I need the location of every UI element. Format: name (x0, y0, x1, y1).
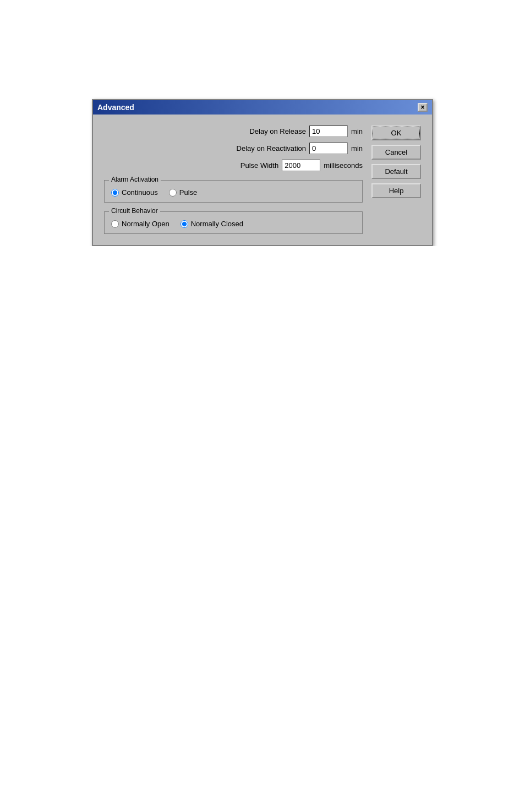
alarm-activation-title: Alarm Activation (109, 176, 161, 183)
dialog-title: Advanced (97, 103, 134, 112)
delay-on-release-label: Delay on Release (249, 127, 306, 135)
pulse-radio[interactable] (169, 189, 177, 197)
alarm-activation-content: Continuous Pulse (111, 188, 356, 197)
circuit-behavior-group: Circuit Behavior Normally Open Normally … (104, 211, 363, 234)
advanced-dialog: Advanced × Delay on Release min Delay on… (92, 99, 433, 246)
delay-on-reactivation-input[interactable] (309, 143, 348, 154)
normally-closed-label: Normally Closed (191, 220, 243, 228)
form-left: Delay on Release min Delay on Reactivati… (104, 126, 363, 234)
continuous-option[interactable]: Continuous (111, 188, 158, 197)
ok-button[interactable]: OK (371, 126, 421, 140)
circuit-behavior-content: Normally Open Normally Closed (111, 220, 356, 228)
normally-closed-radio[interactable] (181, 220, 188, 228)
delay-on-release-row: Delay on Release min (104, 126, 363, 137)
help-button[interactable]: Help (371, 183, 421, 198)
delay-on-reactivation-label: Delay on Reactivation (237, 144, 306, 152)
pulse-width-input[interactable] (282, 160, 320, 171)
alarm-activation-group: Alarm Activation Continuous Pulse (104, 180, 363, 203)
pulse-label: Pulse (179, 188, 198, 197)
normally-closed-option[interactable]: Normally Closed (181, 220, 243, 228)
pulse-option[interactable]: Pulse (169, 188, 198, 197)
delay-on-release-unit: min (351, 127, 363, 135)
normally-open-label: Normally Open (122, 220, 169, 228)
dialog-body: Delay on Release min Delay on Reactivati… (93, 115, 432, 245)
continuous-label: Continuous (122, 188, 158, 197)
close-button[interactable]: × (418, 103, 428, 112)
cancel-button[interactable]: Cancel (371, 145, 421, 160)
pulse-width-label: Pulse Width (240, 161, 278, 170)
pulse-width-row: Pulse Width milliseconds (104, 160, 363, 171)
normally-open-radio[interactable] (111, 220, 119, 228)
title-bar: Advanced × (93, 100, 432, 115)
button-panel: OK Cancel Default Help (371, 126, 421, 234)
delay-on-release-input[interactable] (309, 126, 348, 137)
pulse-width-unit: milliseconds (324, 161, 363, 170)
default-button[interactable]: Default (371, 164, 421, 179)
delay-on-reactivation-unit: min (351, 144, 363, 152)
circuit-behavior-title: Circuit Behavior (109, 207, 160, 215)
continuous-radio[interactable] (111, 189, 119, 197)
normally-open-option[interactable]: Normally Open (111, 220, 169, 228)
delay-on-reactivation-row: Delay on Reactivation min (104, 143, 363, 154)
